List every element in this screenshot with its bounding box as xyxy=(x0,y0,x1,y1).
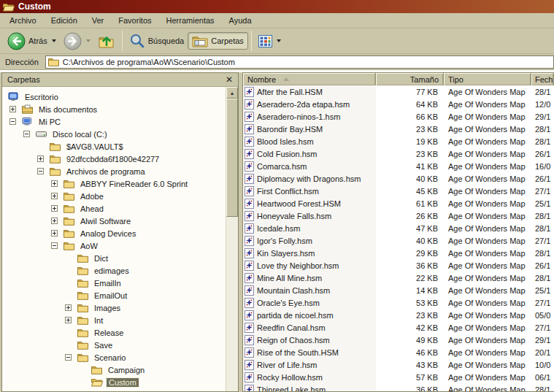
file-row[interactable]: Mountain Clash.hsm14 KBAge Of Wonders Ma… xyxy=(243,284,554,296)
tree-item[interactable]: Mi PC xyxy=(2,115,226,128)
views-button[interactable] xyxy=(255,34,285,49)
tree-item[interactable]: Analog Devices xyxy=(2,227,226,239)
list-header: Nombre Tamaño Tipo Fech xyxy=(243,73,554,85)
tree-item-label: Alwil Software xyxy=(78,217,133,226)
tree-item[interactable]: Dict xyxy=(2,252,226,264)
column-header-date[interactable]: Fech xyxy=(531,73,554,85)
close-folders-pane-icon[interactable]: ✕ xyxy=(226,75,233,84)
collapse-minus-icon[interactable] xyxy=(9,118,16,125)
up-button[interactable] xyxy=(94,31,119,50)
tree-item[interactable]: Disco local (C:) xyxy=(2,128,226,140)
file-row[interactable]: Reedfin Canal.hsm42 KBAge Of Wonders Map… xyxy=(243,321,554,334)
file-size: 22 KB xyxy=(376,274,444,283)
folder-icon xyxy=(91,365,102,374)
tree-item[interactable]: Mis documentos xyxy=(2,103,226,115)
expand-plus-icon[interactable] xyxy=(65,317,72,323)
tree-item-label: Ahead xyxy=(78,204,106,213)
file-row[interactable]: Cold Fusion.hsm23 KBAge Of Wonders Map26… xyxy=(243,147,554,160)
tree-item[interactable]: Save xyxy=(2,339,226,351)
tree-item[interactable]: AoW xyxy=(2,239,226,252)
file-row[interactable]: Heartwood Forest.HSM61 KBAge Of Wonders … xyxy=(243,197,554,210)
tree-item[interactable]: 92dfccbdda6f1800e42277 xyxy=(2,153,226,165)
tree-item[interactable] xyxy=(2,388,226,391)
collapse-minus-icon[interactable] xyxy=(51,242,58,249)
file-row[interactable]: First Conflict.hsm45 KBAge Of Wonders Ma… xyxy=(243,185,554,197)
forward-button[interactable] xyxy=(60,31,94,52)
tree-item[interactable]: Escritorio xyxy=(2,91,226,103)
column-header-name[interactable]: Nombre xyxy=(243,73,376,85)
scroll-up-button[interactable]: ▲ xyxy=(226,87,238,99)
file-type: Age Of Wonders Map xyxy=(444,373,531,382)
file-row[interactable]: Blood Isles.hsm19 KBAge Of Wonders Map28… xyxy=(243,135,554,147)
file-name-cell: Kin Slayers.hsm xyxy=(243,247,376,259)
expand-plus-icon[interactable] xyxy=(51,205,58,212)
collapse-minus-icon[interactable] xyxy=(23,131,30,137)
file-row[interactable]: Barondir Bay.HSM23 KBAge Of Wonders Map2… xyxy=(243,123,554,135)
tree-item[interactable]: Int xyxy=(2,314,226,326)
forward-dropdown-icon[interactable] xyxy=(86,39,91,42)
expand-plus-icon[interactable] xyxy=(37,155,44,162)
tree-item[interactable]: Release xyxy=(2,326,226,339)
expand-plus-icon[interactable] xyxy=(51,180,58,187)
menu-item-archivo[interactable]: Archivo xyxy=(2,14,44,27)
file-name-cell: Cold Fusion.hsm xyxy=(243,147,376,160)
tree-item[interactable]: Adobe xyxy=(2,190,226,202)
file-row[interactable]: Rocky Hollow.hsm57 KBAge Of Wonders Map0… xyxy=(243,371,554,383)
folder-icon xyxy=(77,253,88,263)
expand-plus-icon[interactable] xyxy=(51,230,58,237)
tree-item[interactable]: ABBYY FineReader 6.0 Sprint xyxy=(2,177,226,190)
tree-item-label: Save xyxy=(92,341,115,350)
file-row[interactable]: Mine All Mine.hsm22 KBAge Of Wonders Map… xyxy=(243,272,554,284)
file-size: 36 KB xyxy=(376,261,444,270)
file-row[interactable]: Love thy Neighbor.hsm36 KBAge Of Wonders… xyxy=(243,259,554,272)
file-row[interactable]: Kin Slayers.hsm29 KBAge Of Wonders Map28… xyxy=(243,247,554,259)
tree-item[interactable]: Archivos de programa xyxy=(2,165,226,177)
folders-button[interactable]: Carpetas xyxy=(188,32,248,50)
file-row[interactable]: Comarca.hsm41 KBAge Of Wonders Map16/0 xyxy=(243,160,554,172)
back-button[interactable]: Atrás xyxy=(4,31,60,52)
collapse-minus-icon[interactable] xyxy=(37,168,44,174)
file-row[interactable]: Rise of the South.HSM46 KBAge Of Wonders… xyxy=(243,346,554,358)
tree-item[interactable]: Ahead xyxy=(2,202,226,215)
file-row[interactable]: After the Fall.HSM77 KBAge Of Wonders Ma… xyxy=(243,85,554,98)
menu-item-ver[interactable]: Ver xyxy=(85,14,112,27)
column-header-type[interactable]: Tipo xyxy=(444,73,531,85)
file-row[interactable]: Oracle's Eye.hsm53 KBAge Of Wonders Map2… xyxy=(243,296,554,309)
column-header-size[interactable]: Tamaño xyxy=(376,73,444,85)
file-row[interactable]: Diplomacy with Dragons.hsm40 KBAge Of Wo… xyxy=(243,172,554,185)
tree-item-label: Custom xyxy=(107,378,139,387)
file-row[interactable]: Aseradero-2da etapa.hsm64 KBAge Of Wonde… xyxy=(243,98,554,110)
tree-item[interactable]: EmailOut xyxy=(2,289,226,301)
search-button[interactable]: Búsqueda xyxy=(126,31,188,50)
tree-scrollbar[interactable]: ▲ xyxy=(226,87,238,391)
expand-plus-icon[interactable] xyxy=(9,106,16,112)
scroll-thumb[interactable] xyxy=(226,99,238,217)
menu-item-edicion[interactable]: Edición xyxy=(44,14,85,27)
collapse-minus-icon[interactable] xyxy=(65,354,72,361)
tree-item[interactable]: Images xyxy=(2,301,226,314)
tree-item[interactable]: EmailIn xyxy=(2,277,226,289)
menu-item-ayuda[interactable]: Ayuda xyxy=(222,14,259,27)
file-row[interactable]: partida de nicoel.hsm23 KBAge Of Wonders… xyxy=(243,309,554,321)
file-row[interactable]: Reign of Chaos.hsm49 KBAge Of Wonders Ma… xyxy=(243,334,554,346)
views-dropdown-icon[interactable] xyxy=(277,39,281,42)
expand-plus-icon[interactable] xyxy=(51,193,58,199)
expand-plus-icon[interactable] xyxy=(51,218,58,224)
address-input[interactable]: C:\Archivos de programa\AoW\Scenario\Cus… xyxy=(45,55,554,69)
tree-item[interactable]: edimages xyxy=(2,264,226,277)
tree-item[interactable]: $AVG8.VAULT$ xyxy=(2,140,226,153)
back-dropdown-icon[interactable] xyxy=(52,39,56,42)
file-row[interactable]: Icedale.hsm47 KBAge Of Wonders Map28/1 xyxy=(243,222,554,234)
file-row[interactable]: Aseradero-ninos-1.hsm66 KBAge Of Wonders… xyxy=(243,110,554,123)
tree-item[interactable]: Alwil Software xyxy=(2,215,226,227)
menu-item-favoritos[interactable]: Favoritos xyxy=(111,14,158,27)
expand-plus-icon[interactable] xyxy=(65,304,72,311)
tree-item[interactable]: Scenario xyxy=(2,351,226,364)
file-row[interactable]: River of Life.hsm43 KBAge Of Wonders Map… xyxy=(243,358,554,371)
menu-item-herramientas[interactable]: Herramientas xyxy=(159,14,222,27)
tree-item[interactable]: Campaign xyxy=(2,364,226,376)
file-row[interactable]: Thinreed Lake.hsm36 KBAge Of Wonders Map… xyxy=(243,383,554,391)
file-row[interactable]: Honeyvale Falls.hsm26 KBAge Of Wonders M… xyxy=(243,210,554,222)
file-row[interactable]: Igor's Folly.hsm40 KBAge Of Wonders Map2… xyxy=(243,234,554,247)
tree-item[interactable]: Custom xyxy=(2,376,226,388)
